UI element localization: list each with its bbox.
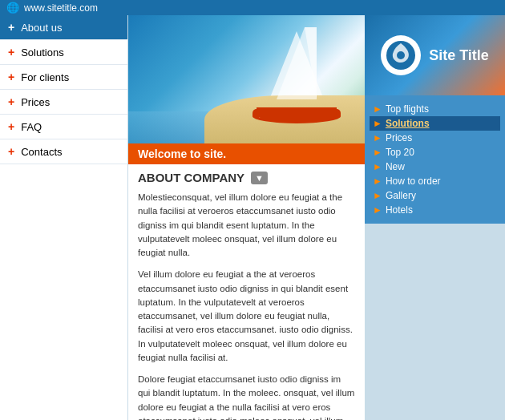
right-nav-arrow-icon: ► [373,132,382,143]
about-paragraph-1: Molestieconsquat, vel illum dolore eu fe… [138,191,355,260]
logo-icon [381,35,421,75]
nav-item-about-us[interactable]: +About us [0,15,127,40]
left-sidebar: +About us+Solutions+For clients+Prices+F… [0,15,128,420]
top-bar: 🌐 www.sitetitle.com [0,0,505,15]
right-nav-arrow-icon: ► [373,176,382,187]
nav-item-label: Prices [21,96,50,108]
right-nav-link[interactable]: New [386,161,405,172]
nav-plus-icon: + [8,21,14,34]
right-nav-link[interactable]: Top flights [386,103,429,115]
boat-sail [277,27,317,99]
site-title: Site Title [429,47,489,64]
nav-plus-icon: + [8,95,14,108]
right-nav-items: ►Top flights►Solutions►Prices►Top 20►New… [370,102,500,217]
right-nav-item-gallery[interactable]: ►Gallery [370,188,500,203]
boat-hull [252,109,341,123]
right-nav-item-top-flights[interactable]: ►Top flights [370,102,500,116]
boat-number: BU 24 [259,110,284,119]
right-nav-link[interactable]: Prices [386,132,412,143]
right-nav-arrow-icon: ► [373,118,382,129]
about-paragraph-2: Vel illum dolore eu feugiat a the at ver… [138,268,355,365]
nav-item-solutions[interactable]: +Solutions [0,40,127,65]
right-nav-item-how-to-order[interactable]: ►How to order [370,174,500,188]
site-logo-area: Site Title [365,15,505,95]
right-nav-arrow-icon: ► [373,204,382,216]
nav-items-container: +About us+Solutions+For clients+Prices+F… [0,15,127,164]
hero-image: BU 24 [128,15,365,143]
right-nav-link[interactable]: How to order [386,176,441,187]
right-nav: ►Top flights►Solutions►Prices►Top 20►New… [365,95,505,224]
about-section: ABOUT COMPANY ▼ Molestieconsquat, vel il… [128,164,365,420]
right-nav-item-prices[interactable]: ►Prices [370,131,500,145]
right-nav-item-top-20[interactable]: ►Top 20 [370,145,500,160]
right-nav-item-hotels[interactable]: ►Hotels [370,203,500,217]
right-nav-link[interactable]: Top 20 [386,147,414,158]
about-paragraph-3: Dolore feugiat etaccumsanet iusto odio d… [138,373,355,420]
right-sidebar: Site Title ►Top flights►Solutions►Prices… [365,15,505,420]
nav-item-faq[interactable]: +FAQ [0,115,127,139]
globe-icon: 🌐 [6,2,19,14]
nav-item-label: Solutions [21,46,63,59]
nav-plus-icon: + [8,71,14,83]
welcome-text: Welcome to site. [138,147,226,160]
nav-item-label: Contacts [21,146,62,158]
right-nav-link[interactable]: Gallery [386,190,416,201]
logo-svg [385,39,417,71]
welcome-bar: Welcome to site. [128,143,365,164]
about-title: ABOUT COMPANY [138,171,244,184]
right-nav-link[interactable]: Hotels [386,204,413,216]
nav-item-label: For clients [21,71,69,83]
svg-point-1 [397,51,405,59]
right-nav-item-new[interactable]: ►New [370,160,500,174]
main-wrapper: +About us+Solutions+For clients+Prices+F… [0,15,505,420]
nav-item-contacts[interactable]: +Contacts [0,139,127,164]
paragraphs-container: Molestieconsquat, vel illum dolore eu fe… [138,191,355,420]
right-nav-arrow-icon: ► [373,190,382,201]
right-nav-link[interactable]: Solutions [386,118,430,129]
right-nav-item-solutions[interactable]: ►Solutions [370,116,500,131]
right-nav-arrow-icon: ► [373,161,382,172]
nav-plus-icon: + [8,46,14,59]
nav-plus-icon: + [8,145,14,158]
nav-item-for-clients[interactable]: +For clients [0,65,127,90]
about-dropdown-button[interactable]: ▼ [251,172,268,184]
about-header: ABOUT COMPANY ▼ [138,171,355,184]
nav-item-label: FAQ [21,121,42,133]
nav-plus-icon: + [8,120,14,133]
nav-item-label: About us [21,22,62,34]
center-content: BU 24 Welcome to site. ABOUT COMPANY ▼ M… [128,15,365,420]
right-nav-arrow-icon: ► [373,147,382,158]
nav-item-prices[interactable]: +Prices [0,90,127,115]
site-url: www.sitetitle.com [24,2,98,14]
right-nav-arrow-icon: ► [373,103,382,115]
